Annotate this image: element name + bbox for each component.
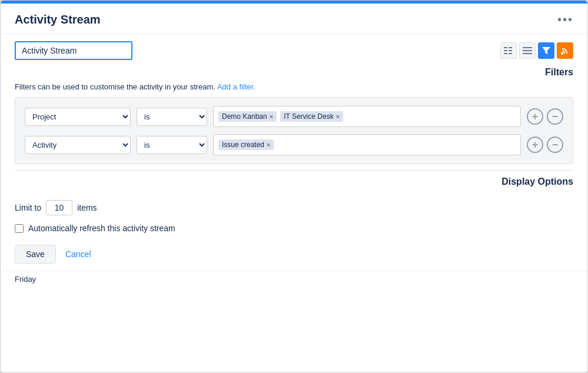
add-filter-row-2-button[interactable]: + bbox=[527, 136, 543, 153]
tag-demo-kanban-close[interactable]: × bbox=[270, 113, 273, 120]
filter-actions-1: + − bbox=[527, 108, 563, 125]
filter-operator-select-1[interactable]: is is not bbox=[137, 108, 207, 126]
limit-label: Limit to bbox=[15, 203, 41, 212]
svg-rect-8 bbox=[523, 53, 532, 54]
stream-title-input[interactable] bbox=[15, 41, 132, 60]
filters-heading: Filters bbox=[15, 67, 573, 82]
remove-filter-row-1-button[interactable]: − bbox=[547, 108, 563, 125]
svg-rect-6 bbox=[523, 47, 532, 48]
svg-rect-7 bbox=[523, 50, 532, 51]
filter-actions-2: + − bbox=[527, 136, 563, 153]
svg-point-10 bbox=[561, 52, 563, 55]
remove-filter-row-2-button[interactable]: − bbox=[547, 136, 563, 153]
display-options-heading: Display Options bbox=[15, 170, 573, 192]
filters-section: Filters Filters can be used to customise… bbox=[1, 67, 587, 164]
limit-input[interactable] bbox=[46, 200, 72, 215]
limit-suffix: items bbox=[77, 203, 97, 212]
svg-marker-9 bbox=[542, 47, 550, 54]
filters-box: Project Activity is is not Demo Kanban ×… bbox=[15, 97, 573, 164]
display-options-section: Display Options Limit to items Automatic… bbox=[1, 170, 587, 233]
filter-view-icon[interactable] bbox=[538, 42, 554, 59]
filter-row-project: Project Activity is is not Demo Kanban ×… bbox=[25, 106, 563, 127]
tag-issue-created-close[interactable]: × bbox=[267, 141, 270, 148]
save-button[interactable]: Save bbox=[15, 245, 56, 264]
subheader bbox=[1, 34, 587, 67]
header: Activity Stream ••• bbox=[1, 4, 587, 34]
main-window: Activity Stream ••• bbox=[0, 0, 588, 373]
svg-rect-3 bbox=[509, 50, 512, 51]
svg-rect-2 bbox=[504, 50, 507, 51]
filter-tags-1: Demo Kanban × IT Service Desk × bbox=[213, 106, 521, 127]
auto-refresh-checkbox[interactable] bbox=[15, 224, 24, 233]
svg-rect-4 bbox=[504, 53, 507, 54]
add-filter-row-1-button[interactable]: + bbox=[527, 108, 543, 125]
add-filter-link[interactable]: Add a filter. bbox=[217, 82, 255, 91]
detail-view-icon[interactable] bbox=[519, 42, 536, 59]
cancel-button[interactable]: Cancel bbox=[63, 245, 94, 263]
svg-rect-0 bbox=[504, 47, 507, 48]
tag-it-service-desk-close[interactable]: × bbox=[336, 113, 340, 120]
list-view-icon[interactable] bbox=[500, 42, 517, 59]
tag-demo-kanban: Demo Kanban × bbox=[218, 111, 277, 122]
page-title: Activity Stream bbox=[15, 13, 101, 26]
more-options-icon[interactable]: ••• bbox=[557, 13, 573, 26]
footer-hint: Friday bbox=[1, 271, 587, 287]
filter-tags-2: Issue created × bbox=[213, 134, 521, 155]
filters-description: Filters can be used to customise the act… bbox=[15, 82, 573, 91]
filter-field-select-2[interactable]: Activity Project bbox=[25, 136, 131, 154]
svg-rect-5 bbox=[509, 53, 512, 54]
svg-rect-1 bbox=[509, 47, 512, 48]
filter-row-activity: Activity Project is is not Issue created… bbox=[25, 134, 563, 155]
view-icons bbox=[500, 42, 573, 59]
tag-it-service-desk: IT Service Desk × bbox=[280, 111, 343, 122]
limit-row: Limit to items bbox=[15, 200, 573, 215]
auto-refresh-row: Automatically refresh this activity stre… bbox=[15, 224, 573, 233]
filter-operator-select-2[interactable]: is is not bbox=[137, 136, 207, 154]
rss-icon[interactable] bbox=[557, 42, 573, 59]
tag-issue-created: Issue created × bbox=[218, 139, 274, 150]
auto-refresh-label[interactable]: Automatically refresh this activity stre… bbox=[28, 224, 175, 233]
buttons-section: Save Cancel bbox=[1, 233, 587, 271]
filter-field-select-1[interactable]: Project Activity bbox=[25, 108, 131, 126]
